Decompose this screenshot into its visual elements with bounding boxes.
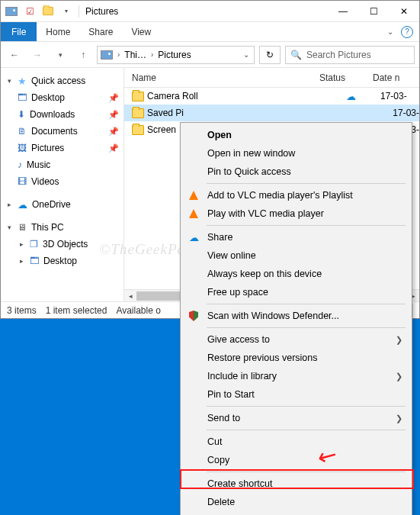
qat-newfolder-icon[interactable] bbox=[40, 4, 56, 19]
folder-icon bbox=[132, 92, 144, 101]
column-date[interactable]: Date n bbox=[373, 72, 419, 83]
nav-label: Desktop bbox=[43, 256, 77, 266]
chevron-right-icon: ❯ bbox=[396, 414, 402, 423]
column-status[interactable]: Status bbox=[319, 72, 373, 83]
star-icon: ★ bbox=[18, 76, 27, 87]
file-row[interactable]: Camera Roll ☁ 17-03- bbox=[124, 88, 419, 105]
ctx-free-up[interactable]: Free up space bbox=[182, 283, 410, 301]
column-headers: Name Status Date n bbox=[124, 68, 419, 88]
ctx-vlc-add[interactable]: Add to VLC media player's Playlist bbox=[182, 186, 410, 204]
search-input[interactable]: 🔍 Search Pictures bbox=[285, 46, 415, 64]
nav-label: Music bbox=[27, 159, 50, 170]
qat-properties-icon[interactable]: ☑ bbox=[22, 4, 37, 19]
ctx-delete[interactable]: Delete bbox=[182, 493, 410, 511]
nav-label: Videos bbox=[31, 176, 59, 187]
file-name: Saved Pi bbox=[147, 108, 193, 118]
vlc-icon bbox=[187, 209, 200, 218]
nav-forward-button[interactable]: → bbox=[28, 46, 46, 64]
ribbon-home-tab[interactable]: Home bbox=[37, 23, 79, 41]
nav-documents[interactable]: 🗎 Documents 📌 bbox=[1, 123, 123, 140]
breadcrumb-root[interactable]: Thi… bbox=[124, 50, 146, 60]
cloud-icon: ☁ bbox=[346, 91, 356, 102]
documents-icon: 🗎 bbox=[18, 126, 27, 137]
ctx-give-access-to[interactable]: Give access to❯ bbox=[182, 330, 410, 349]
nav-this-pc[interactable]: ▾ 🖥 This PC bbox=[1, 219, 123, 236]
file-date: 17-03- bbox=[393, 108, 419, 118]
window-title: Pictures bbox=[85, 6, 118, 17]
file-name: Camera Roll bbox=[147, 91, 321, 101]
ctx-open[interactable]: Open bbox=[182, 126, 410, 144]
nav-recent-dropdown[interactable]: ▾ bbox=[51, 46, 69, 64]
breadcrumb-current[interactable]: Pictures bbox=[158, 50, 191, 60]
scroll-left-icon[interactable]: ◂ bbox=[124, 290, 136, 301]
ctx-separator bbox=[207, 472, 406, 472]
ctx-pin-quick-access[interactable]: Pin to Quick access bbox=[182, 163, 410, 181]
column-name[interactable]: Name bbox=[129, 72, 319, 83]
chevron-right-icon[interactable]: ▸ bbox=[18, 257, 25, 265]
ribbon-share-tab[interactable]: Share bbox=[79, 23, 122, 41]
nav-label: OneDrive bbox=[32, 199, 71, 210]
nav-label: Quick access bbox=[31, 76, 85, 86]
nav-up-button[interactable]: ↑ bbox=[74, 46, 92, 64]
nav-desktop[interactable]: 🗔 Desktop 📌 bbox=[1, 89, 123, 106]
ctx-send-to[interactable]: Send to❯ bbox=[182, 409, 410, 427]
ctx-separator bbox=[207, 406, 406, 407]
ctx-restore-previous[interactable]: Restore previous versions bbox=[182, 349, 410, 367]
ctx-separator bbox=[207, 430, 406, 430]
nav-quick-access[interactable]: ▾ ★ Quick access bbox=[1, 72, 123, 89]
ctx-vlc-play[interactable]: Play with VLC media player bbox=[182, 204, 410, 223]
ribbon-file-tab[interactable]: File bbox=[1, 22, 37, 41]
status-availability: Available o bbox=[116, 305, 161, 316]
ctx-include-in-library[interactable]: Include in library❯ bbox=[182, 367, 410, 385]
ctx-create-shortcut[interactable]: Create shortcut bbox=[182, 475, 410, 493]
app-icon[interactable] bbox=[4, 4, 19, 19]
cloud-icon: ☁ bbox=[187, 232, 200, 243]
nav-pictures[interactable]: 🖼 Pictures 📌 bbox=[1, 140, 123, 156]
shield-icon bbox=[187, 311, 200, 321]
breadcrumb[interactable]: › Thi… › Pictures ⌄ bbox=[97, 46, 255, 64]
help-icon[interactable]: ? bbox=[401, 26, 413, 38]
ctx-rename[interactable]: Rename bbox=[182, 511, 410, 515]
search-icon: 🔍 bbox=[290, 50, 302, 60]
chevron-right-icon[interactable]: ▸ bbox=[5, 201, 13, 208]
chevron-down-icon[interactable]: ▾ bbox=[5, 77, 13, 85]
chevron-down-icon[interactable]: ▾ bbox=[5, 224, 13, 231]
title-bar: ☑ ▾ Pictures — ☐ ✕ bbox=[1, 1, 419, 22]
file-status: ☁ bbox=[324, 91, 377, 102]
ctx-copy[interactable]: Copy bbox=[182, 451, 410, 469]
vlc-icon bbox=[187, 191, 200, 200]
refresh-button[interactable]: ↻ bbox=[259, 46, 281, 64]
nav-downloads[interactable]: ⬇ Downloads 📌 bbox=[1, 106, 123, 123]
minimize-button[interactable]: — bbox=[328, 1, 358, 22]
ribbon: File Home Share View ⌄ ? bbox=[1, 22, 419, 42]
context-menu: Open Open in new window Pin to Quick acc… bbox=[180, 122, 412, 515]
ctx-scan-defender[interactable]: Scan with Windows Defender... bbox=[182, 307, 410, 325]
qat-dropdown-icon[interactable]: ▾ bbox=[59, 4, 74, 19]
ribbon-view-tab[interactable]: View bbox=[122, 23, 160, 41]
navigation-pane: ▾ ★ Quick access 🗔 Desktop 📌 ⬇ Downloads… bbox=[1, 68, 124, 301]
ctx-always-keep[interactable]: Always keep on this device bbox=[182, 265, 410, 283]
status-count: 3 items bbox=[7, 305, 37, 316]
ctx-open-in-new-window[interactable]: Open in new window bbox=[182, 144, 410, 163]
ctx-pin-to-start[interactable]: Pin to Start bbox=[182, 385, 410, 404]
nav-videos[interactable]: 🎞 Videos bbox=[1, 173, 123, 190]
nav-onedrive[interactable]: ▸ ☁ OneDrive bbox=[1, 196, 123, 213]
nav-back-button[interactable]: ← bbox=[5, 46, 24, 64]
nav-music[interactable]: ♪ Music bbox=[1, 156, 123, 173]
nav-desktop-pc[interactable]: ▸ 🗔 Desktop bbox=[1, 253, 123, 269]
chevron-down-icon[interactable]: ⌄ bbox=[242, 50, 251, 59]
chevron-right-icon[interactable]: ▸ bbox=[18, 240, 25, 248]
ribbon-expand-icon[interactable]: ⌄ bbox=[387, 27, 393, 36]
pin-icon: 📌 bbox=[108, 110, 119, 120]
ctx-view-online[interactable]: View online bbox=[182, 246, 410, 265]
search-placeholder: Search Pictures bbox=[306, 50, 371, 60]
ctx-share[interactable]: ☁Share bbox=[182, 228, 410, 246]
file-date: 17-03- bbox=[380, 91, 419, 101]
maximize-button[interactable]: ☐ bbox=[358, 1, 389, 22]
close-button[interactable]: ✕ bbox=[389, 1, 419, 22]
file-row-selected[interactable]: Saved Pi 17-03- bbox=[124, 105, 419, 121]
chevron-right-icon[interactable]: › bbox=[149, 50, 155, 59]
nav-3d-objects[interactable]: ▸ ❒ 3D Objects bbox=[1, 236, 123, 253]
ctx-cut[interactable]: Cut bbox=[182, 433, 410, 451]
chevron-right-icon[interactable]: › bbox=[116, 50, 121, 59]
